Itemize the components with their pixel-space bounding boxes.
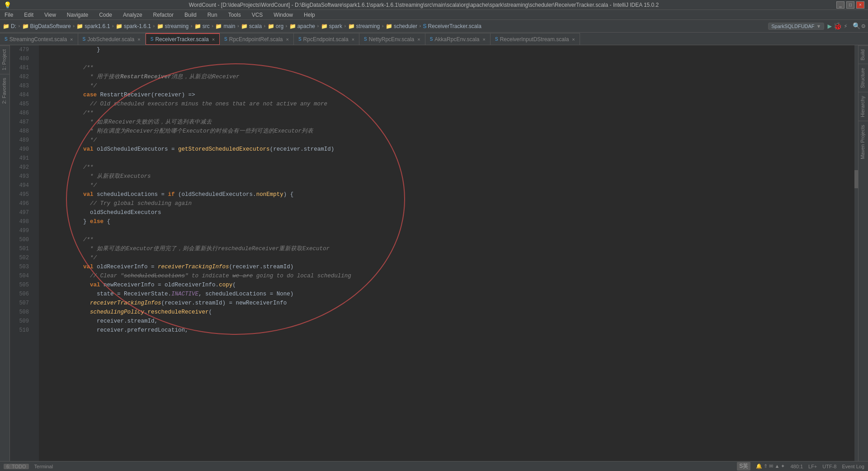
app-icon: 💡 — [4, 1, 11, 9]
line-separator: LF+ — [808, 464, 817, 469]
tab-streaming-context[interactable]: S StreamingContext.scala × — [0, 33, 78, 45]
menu-vcs[interactable]: VCS — [249, 11, 266, 19]
toolbar: 📁 D: › 📁 BigDataSoftware › 📁 spark1.6.1 … — [0, 20, 868, 33]
menu-view[interactable]: View — [42, 11, 59, 19]
menu-file[interactable]: File — [2, 11, 16, 19]
breadcrumb-scheduler[interactable]: 📁 scheduler — [386, 23, 417, 29]
tab-label-netty-rpc-env: NettyRpcEnv.scala — [369, 36, 414, 43]
menu-window[interactable]: Window — [271, 11, 296, 19]
code-line-504: // Clear "scheduledLocations" to indicat… — [42, 271, 851, 281]
tab-icon-streaming-context: S — [5, 37, 8, 42]
vtab-maven[interactable]: Maven Projects — [859, 121, 868, 163]
breadcrumb-file[interactable]: S ReceiverTracker.scala — [423, 23, 481, 29]
tab-close-akka-rpc-env[interactable]: × — [483, 37, 486, 42]
tab-rpc-endpoint[interactable]: S RpcEndpoint.scala × — [294, 33, 359, 45]
menu-build[interactable]: Build — [182, 11, 199, 19]
tab-receiver-input-dstream[interactable]: S ReceiverInputDStream.scala × — [491, 33, 580, 45]
line-num-488: 488 — [12, 127, 29, 136]
breadcrumb-org[interactable]: 📁 org — [268, 23, 283, 29]
code-line-506: state = ReceiverState.INACTIVE, schedule… — [42, 290, 851, 299]
tab-netty-rpc-env[interactable]: S NettyRpcEnv.scala × — [359, 33, 425, 45]
code-line-503: val oldReceiverInfo = receiverTrackingIn… — [42, 262, 851, 271]
code-line-484: case RestartReceiver(receiver) => — [42, 90, 851, 100]
line-num-504: 504 — [12, 271, 29, 281]
vtab-build[interactable]: Build — [859, 45, 868, 64]
menu-help[interactable]: Help — [301, 11, 318, 19]
breadcrumb-label-apache: apache — [297, 23, 315, 29]
tab-label-rpc-endpoint-ref: RpcEndpointRef.scala — [229, 36, 283, 43]
menu-edit[interactable]: Edit — [21, 11, 36, 19]
close-button[interactable]: × — [856, 1, 864, 9]
tab-close-job-scheduler[interactable]: × — [137, 37, 140, 42]
tab-close-rpc-endpoint-ref[interactable]: × — [286, 37, 288, 42]
tab-akka-rpc-env[interactable]: S AkkaRpcEnv.scala × — [425, 33, 491, 45]
breadcrumb-streaming2[interactable]: 📁 streaming — [348, 23, 380, 29]
settings-button[interactable]: ⚙ — [862, 22, 865, 30]
tab-icon-akka-rpc-env: S — [430, 37, 433, 42]
code-editor[interactable]: } /** * 用于接收RestartReceiver消息，从新启动Receiv… — [39, 45, 854, 461]
breadcrumb-streaming[interactable]: 📁 streaming — [157, 23, 189, 29]
code-line-501: * 如果可选的Executor使用完了，则会重新执行rescheduleRece… — [42, 244, 851, 253]
search-everywhere-button[interactable]: 🔍 — [853, 22, 860, 30]
vtab-structure[interactable]: Structure — [859, 64, 868, 92]
encoding[interactable]: UTF-8 — [822, 464, 836, 469]
menu-analyze[interactable]: Analyze — [120, 11, 145, 19]
folder-icon-scheduler: 📁 — [386, 23, 392, 29]
breadcrumb-bigdata[interactable]: 📁 BigDataSoftware — [22, 23, 71, 29]
coverage-button[interactable]: ⚡ — [844, 22, 847, 30]
menu-refactor[interactable]: Refactor — [151, 11, 176, 19]
breadcrumb-scala-folder[interactable]: 📁 scala — [241, 23, 262, 29]
tab-receiver-tracker[interactable]: S ReceiverTracker.scala × — [146, 33, 220, 45]
menu-tools[interactable]: Tools — [226, 11, 244, 19]
breadcrumb-spark2[interactable]: 📁 spark — [321, 23, 342, 29]
code-container: 479 480 481 482 483 484 485 486 487 488 … — [10, 45, 858, 461]
tab-label-akka-rpc-env: AkkaRpcEnv.scala — [434, 36, 479, 43]
code-line-488: * 刚在调度为Receiver分配给哪个Executor的时候会有一些列可选的E… — [42, 127, 851, 136]
breadcrumb-D[interactable]: 📁 D: — [3, 23, 16, 29]
code-line-494: */ — [42, 181, 851, 190]
code-line-491 — [42, 154, 851, 163]
line-num-503: 503 — [12, 262, 29, 271]
vtab-project[interactable]: 1: Project — [0, 45, 9, 74]
tab-close-netty-rpc-env[interactable]: × — [417, 37, 420, 42]
code-line-492: /** — [42, 163, 851, 172]
tab-job-scheduler[interactable]: S JobScheduler.scala × — [78, 33, 146, 45]
vtab-hierarchy[interactable]: Hierarchy — [859, 92, 868, 121]
vertical-scrollbar[interactable] — [854, 45, 858, 461]
breadcrumb-label-scala: scala — [249, 23, 262, 29]
code-line-485: // Old scheduled executors minus the one… — [42, 100, 851, 109]
breadcrumb-spark[interactable]: 📁 spark-1.6.1 — [116, 23, 151, 29]
folder-icon-apache: 📁 — [289, 23, 296, 29]
breadcrumb-apache[interactable]: 📁 apache — [289, 23, 315, 29]
menu-navigate[interactable]: Navigate — [64, 11, 91, 19]
breadcrumb-main[interactable]: 📁 main — [215, 23, 235, 29]
line-num-493: 493 — [12, 172, 29, 181]
scrollbar-thumb[interactable] — [854, 170, 858, 188]
terminal-label[interactable]: Terminal — [34, 464, 53, 469]
tab-rpc-endpoint-ref[interactable]: S RpcEndpointRef.scala × — [220, 33, 294, 45]
menu-code[interactable]: Code — [96, 11, 115, 19]
breadcrumb-spark161[interactable]: 📁 spark1.6.1 — [76, 23, 110, 29]
vtab-favorites[interactable]: 2: Favorites — [0, 74, 9, 107]
menu-run[interactable]: Run — [205, 11, 220, 19]
line-num-502: 502 — [12, 253, 29, 262]
line-num-487: 487 — [12, 118, 29, 127]
event-log[interactable]: Event Log — [842, 464, 864, 469]
tab-close-receiver-input-dstream[interactable]: × — [572, 37, 575, 42]
tab-label-job-scheduler: JobScheduler.scala — [87, 36, 134, 43]
line-num-506: 506 — [12, 290, 29, 299]
code-line-486: /** — [42, 109, 851, 118]
window-controls: _ □ × — [836, 1, 864, 9]
run-config[interactable]: SparkSQLDFUDAF ▼ — [768, 23, 824, 30]
folder-icon-streaming: 📁 — [157, 23, 164, 29]
debug-button[interactable]: 🐞 — [833, 22, 842, 31]
tab-close-receiver-tracker[interactable]: × — [212, 37, 215, 42]
todo-badge[interactable]: 6: TODO — [4, 464, 29, 469]
tab-close-rpc-endpoint[interactable]: × — [352, 37, 354, 42]
breadcrumb-src[interactable]: 📁 src — [194, 23, 210, 29]
run-button[interactable]: ▶ — [827, 22, 832, 31]
maximize-button[interactable]: □ — [846, 1, 854, 9]
minimize-button[interactable]: _ — [836, 1, 844, 9]
window-title: WordCount - [D:\IdeaProjects\WordCount] … — [11, 2, 836, 8]
tab-close-streaming-context[interactable]: × — [70, 37, 73, 42]
